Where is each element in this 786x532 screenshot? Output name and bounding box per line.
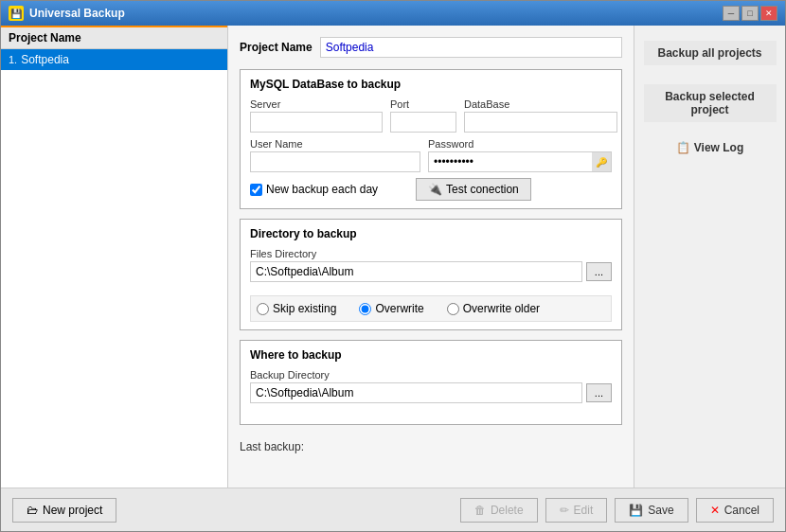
port-label: Port: [390, 98, 456, 110]
save-button[interactable]: 💾 Save: [615, 498, 688, 523]
where-section-title: Where to backup: [250, 348, 612, 362]
title-bar: 💾 Universal Backup ─ □ ✕: [1, 1, 785, 26]
project-list-header: Project Name: [1, 26, 227, 49]
project-number: 1.: [9, 54, 17, 65]
main-window: 💾 Universal Backup ─ □ ✕ Project Name 1.…: [0, 0, 786, 532]
database-label: DataBase: [464, 98, 617, 110]
project-name-label: Project Name: [240, 41, 313, 54]
password-group: Password 🔑: [428, 138, 612, 172]
backup-dir-label: Backup Directory: [250, 369, 612, 381]
password-input[interactable]: [429, 152, 592, 171]
port-input[interactable]: [390, 112, 456, 133]
overwrite-label[interactable]: Overwrite: [359, 302, 423, 315]
minimize-button[interactable]: ─: [723, 6, 740, 21]
content-area: Project Name 1. Softpedia Project Name M…: [1, 26, 785, 488]
files-dir-input[interactable]: [250, 261, 582, 282]
delete-button[interactable]: 🗑 Delete: [460, 498, 538, 523]
overwrite-radio-row: Skip existing Overwrite Overwrite older: [250, 295, 612, 322]
directory-section-title: Directory to backup: [250, 227, 612, 240]
password-reveal-button[interactable]: 🔑: [592, 152, 611, 171]
test-connection-icon: 🔌: [428, 183, 442, 196]
backup-dir-browse-button[interactable]: ...: [586, 383, 612, 402]
port-group: Port: [390, 98, 456, 133]
files-dir-browse-button[interactable]: ...: [586, 262, 612, 281]
directory-section: Directory to backup Files Directory ... …: [240, 219, 622, 330]
project-name-input[interactable]: [320, 37, 622, 58]
window-title: Universal Backup: [29, 7, 125, 20]
new-backup-label[interactable]: New backup each day: [250, 183, 378, 196]
title-controls: ─ □ ✕: [723, 6, 777, 21]
backup-all-button[interactable]: Backup all projects: [644, 41, 777, 65]
overwrite-older-radio[interactable]: [447, 303, 459, 315]
overwrite-radio[interactable]: [359, 303, 371, 315]
user-pass-row: User Name Password 🔑: [250, 138, 612, 172]
overwrite-older-label[interactable]: Overwrite older: [447, 302, 540, 315]
title-bar-left: 💾 Universal Backup: [9, 6, 125, 21]
backup-selected-button[interactable]: Backup selected project: [644, 84, 777, 122]
last-backup-label: Last backup:: [240, 440, 622, 453]
password-wrapper: 🔑: [428, 151, 612, 172]
username-label: User Name: [250, 138, 420, 150]
username-group: User Name: [250, 138, 420, 172]
database-input[interactable]: [464, 112, 617, 133]
server-group: Server: [250, 98, 383, 133]
skip-existing-label[interactable]: Skip existing: [257, 302, 336, 315]
new-project-icon: 🗁: [27, 504, 38, 517]
left-panel: Project Name 1. Softpedia: [1, 26, 228, 488]
project-list: 1. Softpedia: [1, 49, 227, 488]
view-log-button[interactable]: 📋 View Log: [676, 141, 743, 154]
files-dir-row: ...: [250, 261, 612, 282]
backup-dir-input[interactable]: [250, 382, 582, 403]
mysql-section-title: MySQL DataBase to backup: [250, 78, 612, 91]
edit-button[interactable]: ✏ Edit: [545, 498, 608, 523]
log-icon: 📋: [676, 141, 690, 154]
project-item[interactable]: 1. Softpedia: [1, 49, 227, 70]
edit-icon: ✏: [560, 504, 569, 517]
password-label: Password: [428, 138, 612, 150]
server-port-db-row: Server Port DataBase: [250, 98, 612, 133]
database-group: DataBase: [464, 98, 617, 133]
maximize-button[interactable]: □: [741, 6, 759, 21]
right-panel: Backup all projects Backup selected proj…: [634, 26, 785, 488]
cancel-button[interactable]: ✕ Cancel: [696, 498, 774, 523]
mysql-section: MySQL DataBase to backup Server Port Dat…: [240, 69, 622, 209]
app-icon: 💾: [9, 6, 24, 21]
new-project-button[interactable]: 🗁 New project: [12, 498, 116, 523]
server-label: Server: [250, 98, 383, 110]
backup-dir-group: Backup Directory ...: [250, 369, 612, 411]
backup-dir-row: ...: [250, 382, 612, 403]
project-item-name: Softpedia: [21, 53, 69, 66]
test-connection-button[interactable]: 🔌 Test conection: [416, 178, 531, 201]
main-panel: Project Name MySQL DataBase to backup Se…: [228, 26, 634, 488]
files-dir-label: Files Directory: [250, 248, 612, 259]
files-dir-group: Files Directory ...: [250, 248, 612, 290]
project-name-row: Project Name: [240, 37, 622, 58]
delete-icon: 🗑: [474, 504, 486, 517]
close-button[interactable]: ✕: [760, 6, 777, 21]
save-icon: 💾: [629, 504, 643, 517]
skip-existing-radio[interactable]: [257, 303, 269, 315]
where-section: Where to backup Backup Directory ...: [240, 340, 622, 425]
checkbox-row: New backup each day 🔌 Test conection: [250, 178, 612, 201]
server-input[interactable]: [250, 112, 383, 133]
new-backup-checkbox[interactable]: [250, 184, 262, 196]
username-input[interactable]: [250, 151, 420, 172]
bottom-bar: 🗁 New project 🗑 Delete ✏ Edit 💾 Save ✕ C…: [1, 488, 785, 531]
cancel-icon: ✕: [710, 504, 720, 517]
